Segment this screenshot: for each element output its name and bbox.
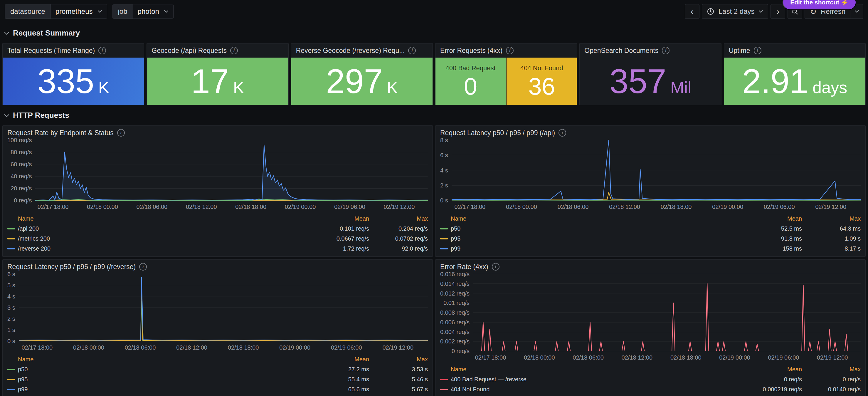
legend-col-name[interactable]: Name xyxy=(18,356,296,363)
panel-header: OpenSearch Documentsi xyxy=(580,43,721,58)
panel-title[interactable]: Total Requests (Time Range) xyxy=(7,47,95,55)
time-range-picker[interactable]: Last 2 days xyxy=(702,4,769,19)
panel-header: Geocode (/api) Requestsi xyxy=(147,43,288,58)
plot-area[interactable] xyxy=(19,274,428,341)
chart-body: 8 s6 s4 s2 s0 s 02/17 18:0002/18 00:0002… xyxy=(435,140,865,256)
legend-swatch xyxy=(7,238,15,239)
y-tick-label: 20 req/s xyxy=(10,185,32,191)
legend-col-max[interactable]: Max xyxy=(802,215,861,222)
series-line-p95 xyxy=(19,280,428,341)
edit-shortcut-button[interactable]: Edit the shortcut ⚡ xyxy=(782,0,856,10)
info-icon[interactable]: i xyxy=(754,47,762,54)
info-icon[interactable]: i xyxy=(662,47,670,54)
stat-unit: K xyxy=(98,78,109,97)
x-tick-label: 02/18 00:00 xyxy=(73,344,104,351)
variable-job-value[interactable]: photon xyxy=(133,4,173,19)
time-range-forward-button[interactable]: › xyxy=(771,4,785,19)
chevron-down-icon xyxy=(164,10,168,13)
y-tick-label: 0.014 req/s xyxy=(440,281,469,287)
x-axis: 02/17 18:0002/18 00:0002/18 06:0002/18 1… xyxy=(452,201,861,212)
legend-series-name[interactable]: /api 200 xyxy=(18,225,296,232)
legend-col-max[interactable]: Max xyxy=(802,366,861,373)
legend-max-value: 92.0 req/s xyxy=(369,245,428,252)
legend-row-p99[interactable]: p99158 ms8.17 s xyxy=(440,244,861,253)
legend-series-name[interactable]: p95 xyxy=(451,235,728,242)
plot-area[interactable] xyxy=(35,140,428,201)
y-tick-label: 4 s xyxy=(440,167,448,173)
dashboard-toolbar: datasource prometheus job photon ‹ Last … xyxy=(0,0,868,23)
stat-label: 400 Bad Request xyxy=(446,64,496,72)
legend-series-name[interactable]: p99 xyxy=(18,386,296,393)
legend-row-api-200[interactable]: /api 2000.101 req/s0.204 req/s xyxy=(7,223,428,234)
legend-row-reverse-200[interactable]: /reverse 2001.72 req/s92.0 req/s xyxy=(7,244,428,253)
info-icon[interactable]: i xyxy=(506,47,514,54)
plot-area[interactable] xyxy=(452,140,861,201)
panel-title[interactable]: Reverse Geocode (/reverse) Requ... xyxy=(296,47,405,55)
legend-col-mean[interactable]: Mean xyxy=(296,356,369,363)
variable-datasource: datasource prometheus xyxy=(5,4,107,19)
legend-col-mean[interactable]: Mean xyxy=(728,215,802,222)
info-icon[interactable]: i xyxy=(558,129,566,136)
legend-col-name[interactable]: Name xyxy=(451,366,728,373)
legend-col-max[interactable]: Max xyxy=(369,215,428,222)
series-fill-reverse-200 xyxy=(35,145,428,201)
legend: NameMeanMaxp5052.5 ms64.3 msp9591.8 ms1.… xyxy=(440,212,861,253)
x-tick-label: 02/19 12:00 xyxy=(817,354,848,361)
legend-series-name[interactable]: 404 Not Found xyxy=(451,386,728,393)
info-icon[interactable]: i xyxy=(98,47,106,54)
stat-label: 404 Not Found xyxy=(520,64,563,72)
panel-title[interactable]: Request Latency p50 / p95 / p99 (/api) xyxy=(440,129,555,137)
legend-mean-value: 158 ms xyxy=(728,245,802,252)
info-icon[interactable]: i xyxy=(117,129,125,136)
legend-series-name[interactable]: p95 xyxy=(18,376,296,383)
section-request-summary[interactable]: Request Summary xyxy=(2,23,866,43)
template-variables: datasource prometheus job photon xyxy=(5,4,174,19)
legend-series-name[interactable]: 400 Bad Request — /reverse xyxy=(451,376,728,383)
panel-title[interactable]: Uptime xyxy=(729,47,750,55)
legend-col-mean[interactable]: Mean xyxy=(728,366,802,373)
chart-body: 6 s5 s4 s3 s2 s1 s0 s 02/17 18:0002/18 0… xyxy=(3,274,433,396)
info-icon[interactable]: i xyxy=(492,263,499,271)
panel-title[interactable]: Request Latency p50 / p95 / p99 (/revers… xyxy=(7,263,136,271)
legend-row-400-bad-request-reverse[interactable]: 400 Bad Request — /reverse0 req/s0 req/s xyxy=(440,374,861,384)
legend-row-404-not-found[interactable]: 404 Not Found0.000219 req/s0.0140 req/s xyxy=(440,384,861,394)
legend-row-p95[interactable]: p9555.4 ms5.46 s xyxy=(7,374,428,384)
legend-row-p50[interactable]: p5027.2 ms3.53 s xyxy=(7,364,428,374)
panel-title[interactable]: OpenSearch Documents xyxy=(584,47,658,55)
stat-value-wrap: 357Mil xyxy=(609,64,691,98)
info-icon[interactable]: i xyxy=(230,47,238,54)
stat-value: 357 xyxy=(609,64,666,98)
panel-title[interactable]: Request Rate by Endpoint & Status xyxy=(7,129,114,137)
panel-header: Error Rate (4xx) i xyxy=(435,260,865,274)
legend-series-name[interactable]: /metrics 200 xyxy=(18,235,296,242)
info-icon[interactable]: i xyxy=(139,263,147,271)
plot-area[interactable] xyxy=(473,274,861,352)
info-icon[interactable]: i xyxy=(408,47,416,54)
legend-col-max[interactable]: Max xyxy=(369,356,428,363)
legend-series-name[interactable]: p50 xyxy=(18,366,296,373)
y-tick-label: 2 s xyxy=(440,182,448,188)
legend-col-mean[interactable]: Mean xyxy=(296,215,369,222)
legend-col-name[interactable]: Name xyxy=(18,215,296,222)
legend-row-p50[interactable]: p5052.5 ms64.3 ms xyxy=(440,223,861,234)
legend-series-name[interactable]: p50 xyxy=(451,225,728,232)
legend-row-p95[interactable]: p9591.8 ms1.09 s xyxy=(440,234,861,244)
x-tick-label: 02/17 18:00 xyxy=(475,354,506,361)
panel-title[interactable]: Error Requests (4xx) xyxy=(440,47,502,55)
panel-header: Reverse Geocode (/reverse) Requ...i xyxy=(291,43,433,58)
stat-value-wrap: 335K xyxy=(37,64,109,98)
panel-header: Uptimei xyxy=(724,43,865,58)
legend-series-name[interactable]: /reverse 200 xyxy=(18,245,296,252)
variable-datasource-value[interactable]: prometheus xyxy=(51,4,107,19)
panel-title[interactable]: Geocode (/api) Requests xyxy=(152,47,227,55)
legend-col-name[interactable]: Name xyxy=(451,215,728,222)
legend-header-row: NameMeanMax xyxy=(440,364,861,374)
x-tick-label: 02/18 06:00 xyxy=(572,354,604,361)
panel-title[interactable]: Error Rate (4xx) xyxy=(440,263,488,271)
legend-row-metrics-200[interactable]: /metrics 2000.0667 req/s0.0702 req/s xyxy=(7,234,428,244)
time-range-back-button[interactable]: ‹ xyxy=(685,4,700,19)
legend-row-p99[interactable]: p9965.6 ms5.67 s xyxy=(7,384,428,394)
legend-mean-value: 1.72 req/s xyxy=(296,245,369,252)
legend-series-name[interactable]: p99 xyxy=(451,245,728,252)
section-http-requests[interactable]: HTTP Requests xyxy=(2,105,866,125)
